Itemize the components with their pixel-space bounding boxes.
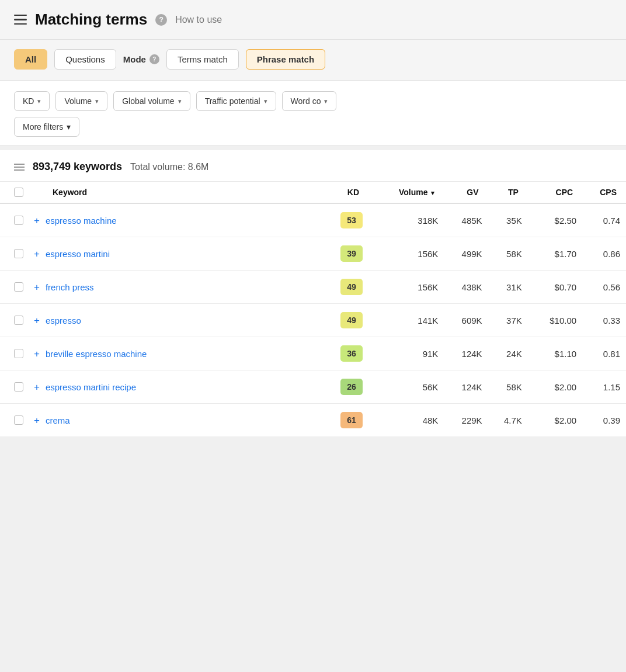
header: Matching terms ? How to use <box>0 0 626 40</box>
row-cps-cell: 0.39 <box>582 404 626 437</box>
phrase-match-button[interactable]: Phrase match <box>246 49 325 70</box>
row-checkbox[interactable] <box>14 349 23 358</box>
add-keyword-button[interactable]: + <box>34 415 40 425</box>
row-volume-cell: 141K <box>368 304 444 337</box>
help-icon[interactable]: ? <box>155 14 167 26</box>
row-checkbox[interactable] <box>14 316 23 325</box>
more-filters-button[interactable]: More filters ▾ <box>14 117 79 137</box>
row-cps-cell: 0.33 <box>582 304 626 337</box>
row-keyword-cell: + breville espresso machine <box>29 337 322 370</box>
add-keyword-button[interactable]: + <box>34 349 40 359</box>
row-kd-cell: 49 <box>322 271 368 304</box>
row-keyword-cell: + french press <box>29 271 322 304</box>
row-checkbox[interactable] <box>14 382 23 392</box>
volume-dropdown-arrow: ▾ <box>95 98 99 105</box>
mode-label: Mode ? <box>123 54 159 64</box>
word-count-dropdown[interactable]: Word co ▾ <box>282 91 337 111</box>
add-keyword-button[interactable]: + <box>34 216 40 226</box>
row-checkbox[interactable] <box>14 282 23 292</box>
kd-badge: 49 <box>340 312 363 328</box>
dropdowns-section: KD ▾ Volume ▾ Global volume ▾ Traffic po… <box>0 81 626 146</box>
kd-badge: 39 <box>340 245 363 262</box>
volume-dropdown[interactable]: Volume ▾ <box>55 91 107 111</box>
row-cps-cell: 1.15 <box>582 370 626 404</box>
total-volume: Total volume: 8.6M <box>130 162 208 172</box>
th-keyword: Keyword <box>29 182 322 203</box>
row-keyword-cell: + espresso martini recipe <box>29 370 322 404</box>
add-keyword-button[interactable]: + <box>34 282 40 292</box>
keyword-link[interactable]: french press <box>46 282 94 292</box>
row-checkbox[interactable] <box>14 216 23 225</box>
how-to-use-link[interactable]: How to use <box>175 15 222 25</box>
row-kd-cell: 53 <box>322 203 368 237</box>
row-cpc-cell: $1.70 <box>528 237 582 271</box>
terms-match-button[interactable]: Terms match <box>166 49 239 70</box>
row-checkbox[interactable] <box>14 415 23 425</box>
row-tp-cell: 58K <box>488 237 528 271</box>
row-gv-cell: 229K <box>444 404 488 437</box>
add-keyword-button[interactable]: + <box>34 316 40 325</box>
row-keyword-cell: + espresso martini <box>29 237 322 271</box>
kd-badge: 53 <box>340 212 363 228</box>
add-keyword-button[interactable]: + <box>34 382 40 392</box>
row-gv-cell: 124K <box>444 370 488 404</box>
dropdowns-row: KD ▾ Volume ▾ Global volume ▾ Traffic po… <box>14 91 612 111</box>
row-tp-cell: 31K <box>488 271 528 304</box>
table-row: + espresso martini recipe 26 56K 124K 58… <box>0 370 626 404</box>
row-tp-cell: 24K <box>488 337 528 370</box>
row-cpc-cell: $2.50 <box>528 203 582 237</box>
row-kd-cell: 26 <box>322 370 368 404</box>
th-gv[interactable]: GV <box>444 182 488 203</box>
add-keyword-button[interactable]: + <box>34 249 40 259</box>
drag-icon <box>14 164 25 171</box>
row-kd-cell: 61 <box>322 404 368 437</box>
select-all-checkbox[interactable] <box>14 188 23 197</box>
word-count-dropdown-arrow: ▾ <box>324 98 328 105</box>
th-cpc[interactable]: CPC <box>528 182 582 203</box>
row-tp-cell: 58K <box>488 370 528 404</box>
table-body: + espresso machine 53 318K 485K 35K $2.5… <box>0 203 626 437</box>
all-filter-button[interactable]: All <box>14 49 47 70</box>
keyword-link[interactable]: crema <box>46 415 70 425</box>
mode-help-icon[interactable]: ? <box>149 54 159 64</box>
row-volume-cell: 48K <box>368 404 444 437</box>
kd-dropdown[interactable]: KD ▾ <box>14 91 50 111</box>
table-row: + crema 61 48K 229K 4.7K $2.00 0.39 <box>0 404 626 437</box>
traffic-potential-dropdown[interactable]: Traffic potential ▾ <box>196 91 276 111</box>
row-cpc-cell: $2.00 <box>528 404 582 437</box>
row-checkbox-cell <box>0 370 29 404</box>
keyword-link[interactable]: espresso martini <box>46 249 110 259</box>
th-volume[interactable]: Volume ▾ <box>368 182 444 203</box>
row-checkbox-cell <box>0 337 29 370</box>
table-row: + espresso martini 39 156K 499K 58K $1.7… <box>0 237 626 271</box>
row-gv-cell: 438K <box>444 271 488 304</box>
row-checkbox-cell <box>0 203 29 237</box>
row-volume-cell: 91K <box>368 337 444 370</box>
kd-badge: 61 <box>340 412 363 428</box>
th-tp[interactable]: TP <box>488 182 528 203</box>
row-checkbox[interactable] <box>14 249 23 258</box>
keyword-link[interactable]: espresso martini recipe <box>46 382 136 392</box>
row-keyword-cell: + espresso machine <box>29 203 322 237</box>
questions-filter-button[interactable]: Questions <box>54 49 116 70</box>
th-cps[interactable]: CPS <box>582 182 626 203</box>
table-row: + espresso machine 53 318K 485K 35K $2.5… <box>0 203 626 237</box>
traffic-potential-dropdown-arrow: ▾ <box>264 98 267 105</box>
kd-dropdown-arrow: ▾ <box>37 98 41 105</box>
row-cps-cell: 0.81 <box>582 337 626 370</box>
keyword-link[interactable]: espresso machine <box>46 216 117 226</box>
row-tp-cell: 4.7K <box>488 404 528 437</box>
more-filters-arrow: ▾ <box>67 122 71 131</box>
keyword-link[interactable]: breville espresso machine <box>46 349 147 359</box>
hamburger-menu-icon[interactable] <box>14 15 27 25</box>
global-volume-dropdown[interactable]: Global volume ▾ <box>113 91 190 111</box>
th-kd[interactable]: KD <box>322 182 368 203</box>
keywords-count: 893,749 keywords <box>33 161 122 173</box>
global-volume-dropdown-arrow: ▾ <box>178 98 182 105</box>
keyword-link[interactable]: espresso <box>46 316 81 325</box>
row-tp-cell: 35K <box>488 203 528 237</box>
kd-badge: 49 <box>340 279 363 295</box>
row-keyword-cell: + espresso <box>29 304 322 337</box>
more-filters-row: More filters ▾ <box>14 117 612 137</box>
keywords-table: Keyword KD Volume ▾ GV TP CPC <box>0 182 626 437</box>
